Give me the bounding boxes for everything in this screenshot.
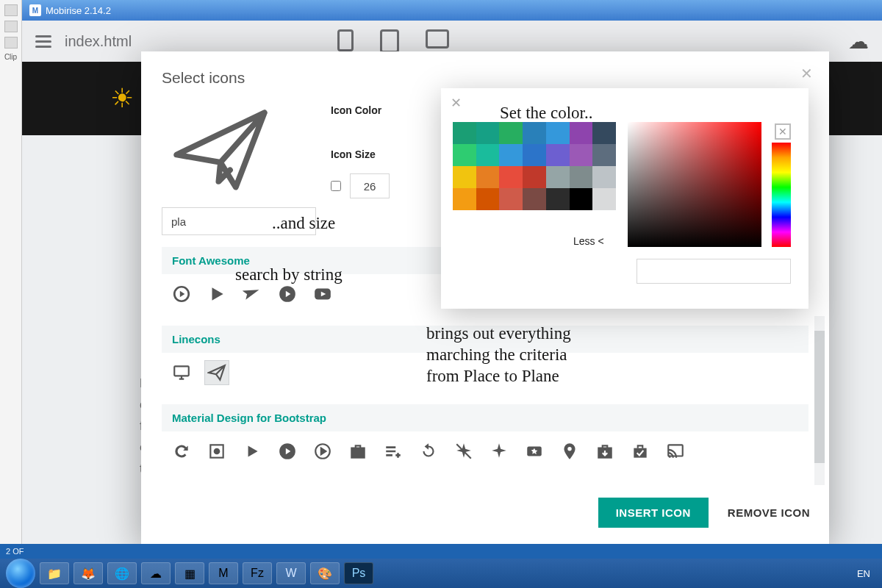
color-swatch[interactable] xyxy=(592,144,616,166)
icon-size-checkbox[interactable] xyxy=(331,181,341,191)
taskbar-chrome-icon[interactable]: 🌐 xyxy=(107,562,137,584)
color-swatch[interactable] xyxy=(453,144,476,166)
hex-input[interactable] xyxy=(637,259,791,284)
svg-point-11 xyxy=(567,447,571,451)
linecons-icons xyxy=(162,353,808,392)
publish-icon[interactable]: ☁ xyxy=(848,29,869,54)
color-swatch[interactable] xyxy=(570,144,593,166)
start-button[interactable] xyxy=(6,559,35,588)
taskbar-explorer-icon[interactable]: 📁 xyxy=(40,562,69,584)
color-swatch[interactable] xyxy=(476,188,500,210)
color-swatch[interactable] xyxy=(592,188,616,210)
color-swatch[interactable] xyxy=(453,188,476,210)
pack-header-mdb[interactable]: Material Design for Bootstrap xyxy=(162,404,808,431)
check-box-icon[interactable] xyxy=(628,439,653,464)
color-swatch[interactable] xyxy=(453,122,476,144)
color-swatch[interactable] xyxy=(499,122,523,144)
color-swatch[interactable] xyxy=(523,122,546,144)
taskbar-photoshop-icon[interactable]: Ps xyxy=(344,562,373,584)
color-swatch[interactable] xyxy=(546,144,570,166)
color-swatch[interactable] xyxy=(499,144,523,166)
color-swatch[interactable] xyxy=(570,188,593,210)
close-icon[interactable]: ✕ xyxy=(800,65,813,82)
color-swatch[interactable] xyxy=(523,144,546,166)
play-circle-o-icon[interactable] xyxy=(169,282,194,306)
taskbar-app-icon[interactable]: 🎨 xyxy=(310,562,340,584)
color-swatch[interactable] xyxy=(453,166,476,188)
pack-header-linecons[interactable]: Linecons xyxy=(162,326,808,353)
host-ribbon-icon xyxy=(4,21,18,32)
cast-icon[interactable] xyxy=(663,439,688,464)
less-toggle[interactable]: Less < xyxy=(573,235,604,247)
play-filled-icon[interactable] xyxy=(275,439,300,464)
color-swatch[interactable] xyxy=(476,144,500,166)
taskbar-firefox-icon[interactable]: 🦊 xyxy=(74,562,103,584)
color-swatch[interactable] xyxy=(476,122,500,144)
play-icon[interactable] xyxy=(204,282,229,306)
device-preview-switch[interactable] xyxy=(337,29,449,53)
place-icon[interactable] xyxy=(557,439,582,464)
host-ribbon-label: Clip xyxy=(0,53,21,61)
taskbar-app-icon[interactable]: ☁ xyxy=(141,562,171,584)
svg-rect-3 xyxy=(174,366,189,376)
icon-size-input[interactable] xyxy=(350,173,390,198)
icon-preview xyxy=(162,98,279,201)
icon-size-label: Icon Size xyxy=(331,148,390,160)
color-swatch[interactable] xyxy=(523,166,546,188)
color-swatch[interactable] xyxy=(592,122,616,144)
scrollbar-thumb[interactable] xyxy=(814,331,825,463)
mdb-icons xyxy=(162,431,808,471)
phone-icon[interactable] xyxy=(337,29,354,51)
color-swatch[interactable] xyxy=(523,188,546,210)
window-title: Mobirise 2.14.2 xyxy=(46,5,111,16)
airplane-off-icon[interactable] xyxy=(451,439,476,464)
saturation-gradient[interactable] xyxy=(628,122,761,247)
sun-icon: ☀ xyxy=(110,83,134,114)
briefcase-icon[interactable] xyxy=(345,439,370,464)
play-circle-icon[interactable] xyxy=(275,282,300,306)
play-outline-icon[interactable] xyxy=(310,439,335,464)
svg-point-5 xyxy=(215,449,220,454)
menu-button[interactable] xyxy=(35,35,51,48)
playlist-add-icon[interactable] xyxy=(381,439,406,464)
search-input[interactable] xyxy=(162,207,316,235)
window-titlebar: M Mobirise 2.14.2 xyxy=(22,0,882,21)
color-swatch[interactable] xyxy=(592,166,616,188)
taskbar-app-icon[interactable]: ▦ xyxy=(175,562,204,584)
color-swatches xyxy=(453,122,616,210)
replay-icon[interactable] xyxy=(416,439,441,464)
paper-plane-icon[interactable] xyxy=(204,360,229,385)
play-arrow-icon[interactable] xyxy=(240,439,265,464)
page-indicator: 2 OF xyxy=(6,547,24,556)
brightness-icon[interactable] xyxy=(204,439,229,464)
taskbar-mobirise-icon[interactable]: M xyxy=(209,562,238,584)
remove-icon-button[interactable]: REMOVE ICON xyxy=(728,506,810,519)
color-swatch[interactable] xyxy=(570,122,593,144)
insert-icon-button[interactable]: INSERT ICON xyxy=(598,498,709,528)
display-icon[interactable] xyxy=(169,360,194,385)
color-picker-panel: ✕ Less < ✕ xyxy=(441,88,808,309)
picker-close-icon[interactable]: ✕ xyxy=(447,94,465,112)
color-swatch[interactable] xyxy=(546,166,570,188)
taskbar-word-icon[interactable]: W xyxy=(276,562,306,584)
hue-slider[interactable] xyxy=(772,143,791,247)
refresh-icon[interactable] xyxy=(169,439,194,464)
desktop-icon[interactable] xyxy=(426,29,449,49)
tablet-icon[interactable] xyxy=(380,29,399,53)
local-play-icon[interactable] xyxy=(522,439,547,464)
color-swatch[interactable] xyxy=(499,188,523,210)
open-file-name: index.html xyxy=(65,33,132,50)
taskbar-filezilla-icon[interactable]: Fz xyxy=(243,562,272,584)
color-swatch[interactable] xyxy=(499,166,523,188)
plane-icon[interactable] xyxy=(240,282,265,306)
gradient-close-icon[interactable]: ✕ xyxy=(775,123,791,140)
airplane-icon[interactable] xyxy=(487,439,512,464)
color-swatch[interactable] xyxy=(476,166,500,188)
icon-color-label: Icon Color xyxy=(331,104,390,116)
download-box-icon[interactable] xyxy=(592,439,617,464)
youtube-play-icon[interactable] xyxy=(310,282,335,306)
taskbar-language[interactable]: EN xyxy=(857,568,870,579)
color-swatch[interactable] xyxy=(570,166,593,188)
color-swatch[interactable] xyxy=(546,122,570,144)
color-swatch[interactable] xyxy=(546,188,570,210)
